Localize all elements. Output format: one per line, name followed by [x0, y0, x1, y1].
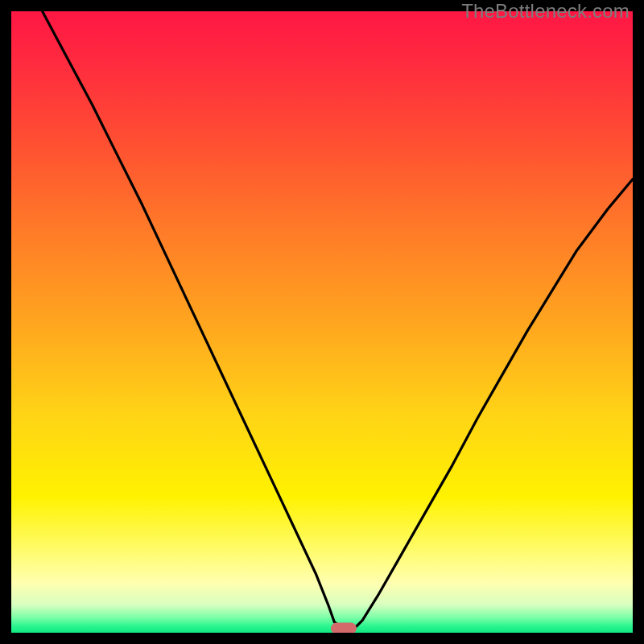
bottleneck-chart	[11, 11, 633, 633]
optimal-marker	[331, 623, 357, 633]
watermark-text: TheBottleneck.com	[461, 0, 630, 23]
chart-frame	[11, 11, 633, 633]
gradient-background	[11, 11, 633, 633]
